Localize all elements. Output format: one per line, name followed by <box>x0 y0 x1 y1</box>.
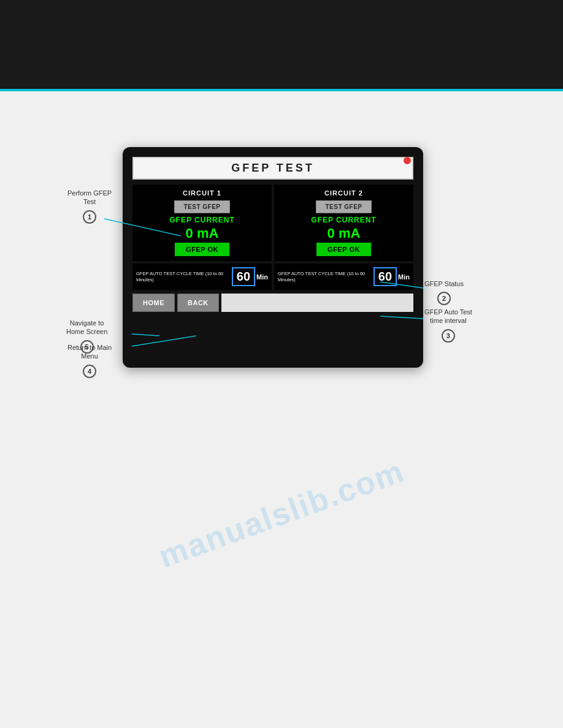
gfep-current-label-1: GFEP CURRENT <box>169 216 234 224</box>
auto-test-label-1: GFEP AUTO TEST CYCLE TIME (10 to 60 Minu… <box>136 271 229 283</box>
screen-title: GFEP TEST <box>132 157 413 180</box>
device-screen: GFEP TEST CIRCUIT 1 TEST GFEP GFEP CURRE… <box>123 147 423 368</box>
auto-test-value-2[interactable]: 60 <box>373 267 397 286</box>
auto-test-value-box-1: 60 Min <box>232 267 268 286</box>
auto-test-panel-2: GFEP AUTO TEST CYCLE TIME (10 to 60 Minu… <box>274 264 413 290</box>
auto-test-unit-2: Min <box>398 273 410 281</box>
circuit-2-panel: CIRCUIT 2 TEST GFEP GFEP CURRENT 0 mA GF… <box>274 184 413 261</box>
annotation-1-text: Perform GFEPTest <box>67 189 112 207</box>
annotation-3: GFEP Auto Testtime interval 3 <box>424 308 472 343</box>
test-gfep-button-2[interactable]: TEST GFEP <box>316 200 371 213</box>
annotation-4-text: Return to MainMenu <box>67 343 112 361</box>
gfep-current-value-2: 0 mA <box>327 227 361 240</box>
top-bar <box>0 0 563 89</box>
annotation-4-bubble: 4 <box>83 365 96 378</box>
home-button[interactable]: HOME <box>132 294 175 312</box>
gfep-current-label-2: GFEP CURRENT <box>311 216 376 224</box>
auto-test-panel-1: GFEP AUTO TEST CYCLE TIME (10 to 60 Minu… <box>132 264 272 290</box>
back-button[interactable]: BACK <box>177 294 219 312</box>
circuits-row: CIRCUIT 1 TEST GFEP GFEP CURRENT 0 mA GF… <box>132 184 413 261</box>
nav-row: HOME BACK <box>132 294 413 312</box>
circuit-2-label: CIRCUIT 2 <box>324 189 363 197</box>
auto-test-row: GFEP AUTO TEST CYCLE TIME (10 to 60 Minu… <box>132 264 413 290</box>
top-bar-accent <box>0 89 563 91</box>
annotation-2: GFEP Status 2 <box>424 279 464 305</box>
annotation-2-bubble: 2 <box>437 292 451 305</box>
annotation-3-text: GFEP Auto Testtime interval <box>424 308 472 325</box>
auto-test-label-2: GFEP AUTO TEST CYCLE TIME (10 to 60 Minu… <box>278 271 371 283</box>
auto-test-unit-1: Min <box>256 273 268 281</box>
annotation-3-bubble: 3 <box>442 329 455 343</box>
main-content: GFEP TEST CIRCUIT 1 TEST GFEP GFEP CURRE… <box>0 98 563 728</box>
auto-test-value-box-2: 60 Min <box>373 267 410 286</box>
circuit-1-panel: CIRCUIT 1 TEST GFEP GFEP CURRENT 0 mA GF… <box>132 184 272 261</box>
red-indicator-dot <box>404 157 411 164</box>
annotation-5-text: Navigate toHome Screen <box>66 319 107 336</box>
gfep-current-value-1: 0 mA <box>186 227 219 240</box>
auto-test-value-1[interactable]: 60 <box>232 267 255 286</box>
nav-spacer <box>221 294 413 312</box>
gfep-ok-button-1[interactable]: GFEP OK <box>175 243 229 256</box>
annotation-1-bubble: 1 <box>83 210 96 224</box>
annotation-2-text: GFEP Status <box>424 279 464 288</box>
watermark: manualslib.com <box>154 452 409 575</box>
test-gfep-button-1[interactable]: TEST GFEP <box>174 200 229 213</box>
gfep-ok-button-2[interactable]: GFEP OK <box>316 243 371 256</box>
annotation-1: Perform GFEPTest 1 <box>67 189 112 224</box>
annotation-4: Return to MainMenu 4 <box>67 343 112 378</box>
circuit-1-label: CIRCUIT 1 <box>183 189 221 197</box>
